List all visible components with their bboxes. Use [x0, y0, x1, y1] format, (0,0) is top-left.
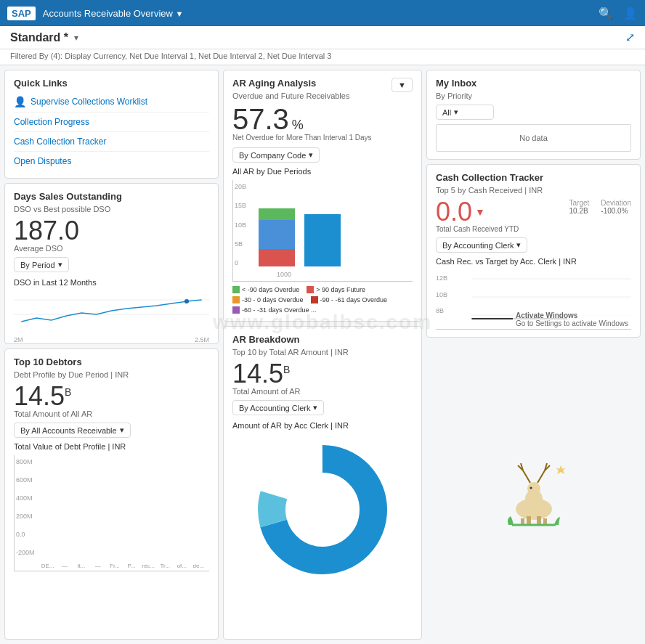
cct-ytd-label: Total Cash Received YTD	[436, 225, 519, 233]
ar-chart-subtitle: All AR by Due Periods	[232, 167, 413, 176]
legend-dot-red	[307, 286, 314, 293]
view-dropdown-icon[interactable]: ▾	[74, 33, 78, 43]
cct-value: 0.0 ▼	[436, 199, 519, 225]
ar-x-label: 1000	[277, 271, 291, 278]
cct-deviation-label: Deviation	[601, 199, 631, 207]
ar-breakdown-card: AR Breakdown Top 10 by Total AR Amount |…	[223, 326, 422, 640]
cct-subtitle: Top 5 by Cash Received | INR	[436, 186, 631, 195]
ar-breakdown-label: Total Amount of AR	[232, 387, 413, 396]
cct-target-label: Target	[569, 199, 590, 207]
sap-logo: SAP	[7, 7, 36, 20]
search-icon[interactable]: 🔍	[599, 7, 613, 20]
filter-text: Filtered By (4): Display Currency, Net D…	[10, 52, 331, 60]
legend-item-5: -60 - -31 days Overdue ...	[232, 306, 317, 314]
dso-value: 187.0	[14, 218, 209, 244]
inbox-subtitle: By Priority	[436, 91, 631, 100]
user-icon[interactable]: 👤	[623, 7, 638, 20]
cct-line-chart: 12B 10B 8B Activate Windows Go to Settin…	[436, 272, 631, 330]
view-name: Standard *	[10, 31, 68, 44]
quick-link-collection-progress[interactable]: Collection Progress	[14, 113, 209, 132]
legend-item-2: > 90 days Future	[307, 286, 365, 293]
middle-column: AR Aging Analysis Overdue and Future Rec…	[223, 70, 422, 640]
cct-arrow-icon: ▼	[475, 207, 485, 217]
dso-period-button[interactable]: By Period ▾	[14, 257, 69, 272]
ar-aging-filter-button[interactable]: ▼	[392, 78, 413, 92]
ar-breakdown-chart-title: Amount of AR by Acc Clerk | INR	[232, 421, 413, 430]
cash-collection-card: Cash Collection Tracker Top 5 by Cash Re…	[426, 164, 641, 338]
donut-chart	[250, 437, 395, 582]
export-button[interactable]: ⤢	[625, 30, 635, 44]
svg-point-2	[184, 299, 189, 303]
activate-overlay: Activate Windows Go to Settings to activ…	[513, 310, 631, 329]
ar-percent-symbol: %	[292, 118, 304, 133]
main-content: Quick Links 👤 Supervise Collections Work…	[0, 65, 645, 644]
debtors-subtitle: Debt Profile by Due Period | INR	[14, 370, 209, 379]
svg-line-23	[538, 470, 545, 483]
cct-title: Cash Collection Tracker	[436, 172, 631, 183]
ar-legend: < -90 days Overdue > 90 days Future -30 …	[232, 286, 413, 314]
inbox-priority-dropdown[interactable]: All ▾	[436, 105, 494, 120]
my-inbox-card: My Inbox By Priority All ▾ No data	[426, 70, 641, 160]
dso-title: Days Sales Outstanding	[14, 191, 209, 202]
top-bar: SAP Accounts Receivable Overview ▼ 🔍 👤	[0, 0, 645, 26]
left-column: Quick Links 👤 Supervise Collections Work…	[4, 70, 219, 640]
topbar-icons: 🔍 👤	[599, 7, 638, 20]
debtors-bars	[40, 458, 206, 556]
svg-point-26	[530, 487, 532, 489]
cct-dropdown-button[interactable]: By Accounting Clerk ▾	[436, 237, 527, 253]
debtors-chart-title: Total Value of Debt Profile | INR	[14, 442, 209, 451]
ar-note: Net Overdue for More Than Interval 1 Day…	[232, 134, 413, 142]
dso-chart-title: DSO in Last 12 Months	[14, 278, 209, 287]
legend-dot-purple	[232, 306, 240, 314]
filter-bar: Filtered By (4): Display Currency, Net D…	[0, 49, 645, 65]
person-icon: 👤	[14, 96, 26, 107]
ar-breakdown-value: 14.5B	[232, 361, 413, 387]
ar-breakdown-subtitle: Top 10 by Total AR Amount | INR	[232, 348, 413, 356]
quick-link-disputes[interactable]: Open Disputes	[14, 152, 209, 171]
quick-links-card: Quick Links 👤 Supervise Collections Work…	[4, 70, 219, 179]
ar-breakdown-dropdown-button[interactable]: By Accounting Clerk ▾	[232, 400, 324, 415]
app-title: Accounts Receivable Overview ▼	[43, 8, 599, 19]
dso-subtitle: DSO vs Best possible DSO	[14, 205, 209, 213]
quick-link-supervise[interactable]: 👤 Supervise Collections Worklist	[14, 91, 209, 113]
inbox-no-data: No data	[436, 124, 631, 152]
ar-company-code-button[interactable]: By Company Code ▾	[232, 147, 320, 163]
ar-y-labels: 20B 15B 10B 5B 0	[235, 183, 246, 266]
legend-item-4: -90 - -61 days Overdue	[311, 296, 388, 303]
legend-dot-green	[232, 286, 240, 293]
legend-dot-orange	[232, 296, 240, 303]
debtors-value: 14.5B	[14, 383, 209, 409]
debtors-y-labels: 800M 600M 400M 200M 0.0 -200M	[16, 458, 35, 556]
inbox-filter: All ▾	[436, 105, 631, 120]
cct-deviation-value: -100.0%	[601, 207, 631, 215]
ar-bars	[255, 183, 410, 266]
dso-chart: 2M2.5M	[14, 293, 209, 336]
deer-illustration	[490, 455, 577, 527]
top-debtors-card: Top 10 Debtors Debt Profile by Due Perio…	[4, 349, 219, 640]
svg-point-19	[527, 482, 540, 495]
dso-card: Days Sales Outstanding DSO vs Best possi…	[4, 183, 219, 344]
legend-item-3: -30 - 0 days Overdue	[232, 296, 304, 303]
svg-rect-15	[537, 516, 541, 525]
svg-point-8	[286, 473, 359, 546]
cct-meta: Target 10.2B Deviation -100.0%	[569, 199, 632, 215]
debtors-dropdown-button[interactable]: By All Accounts Receivable ▾	[14, 423, 131, 438]
legend-dot-darkred	[311, 296, 318, 303]
right-column: My Inbox By Priority All ▾ No data Cash …	[426, 70, 641, 640]
ar-bar-chart: 20B 15B 10B 5B 0	[232, 180, 413, 282]
ar-percent: 57.3	[232, 105, 289, 134]
ar-aging-card: AR Aging Analysis Overdue and Future Rec…	[223, 70, 422, 322]
quick-links-title: Quick Links	[14, 78, 209, 89]
ar-aging-subtitle: Overdue and Future Receivables	[232, 91, 349, 100]
dso-label: Average DSO	[14, 244, 209, 253]
svg-line-20	[523, 470, 530, 483]
debtors-bar-chart: 800M 600M 400M 200M 0.0 -200M	[14, 455, 209, 571]
debtors-x-labels: DE... — It... — Fr... P... rec... Tr... …	[40, 563, 206, 569]
donut-chart-container	[232, 437, 413, 582]
ar-breakdown-title: AR Breakdown	[232, 334, 413, 345]
sub-header: Standard * ▾ ⤢	[0, 26, 645, 49]
inbox-title: My Inbox	[436, 78, 631, 89]
dso-chart-x-labels: 2M2.5M	[14, 336, 209, 343]
quick-link-cash-tracker[interactable]: Cash Collection Tracker	[14, 132, 209, 152]
debtors-label: Total Amount of All AR	[14, 409, 209, 418]
